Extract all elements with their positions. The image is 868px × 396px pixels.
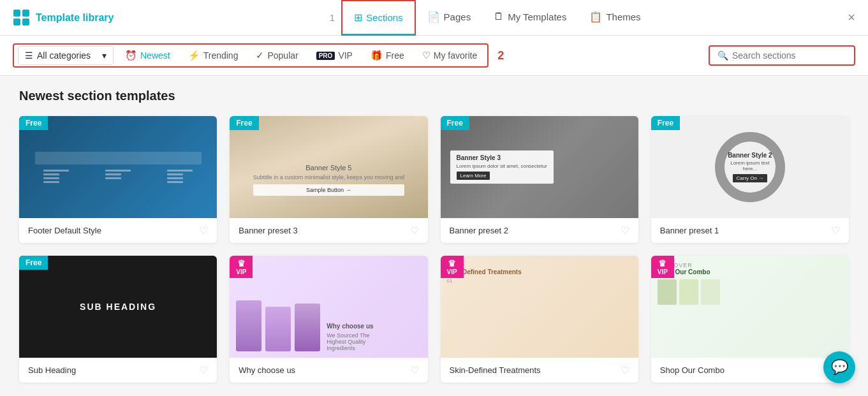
themes-icon: 📋 [589,11,602,23]
badge-free: Free [230,116,258,130]
template-card[interactable]: Free Banner Style 3 Lorem ipsum dolor si… [441,116,638,243]
template-info: Skin-Defined Treatments ♡ [441,358,638,383]
sample-button[interactable]: Sample Button → [253,184,404,196]
template-info: Sub Heading ♡ [19,358,217,383]
template-name: Why choose us [239,365,295,375]
filter-popular[interactable]: ✓ Popular [249,46,304,65]
category-select[interactable]: ☰ All categories ▾ [18,46,114,65]
template-card[interactable]: ♛ VIP Discover Shop Our Combo [651,256,849,383]
template-name: Footer Default Style [28,226,101,235]
template-name: Banner preset 3 [239,226,298,235]
template-info: Banner preset 2 ♡ [441,218,638,243]
filter-bar: ☰ All categories ▾ ⏰ Newest ⚡ Trending ✓… [0,36,868,76]
template-card[interactable]: ♛ VIP Why choose us We Sourced TheHighes… [230,256,427,383]
step-2: 2 [497,49,504,62]
plant-text-box: Banner Style 3 Lorem ipsum dolor sit ame… [450,150,554,184]
tab-pages[interactable]: 📄 Pages [416,0,483,36]
filter-my-favorite[interactable]: ♡ My favorite [416,46,483,65]
popular-icon: ✓ [256,50,264,61]
template-card[interactable]: Free Banner Style 5 Subtitle in a custom… [230,116,427,243]
badge-free: Free [441,116,469,130]
badge-vip: ♛ VIP [230,256,253,278]
templates-grid: Free [19,116,849,383]
chat-bubble[interactable]: 💬 [823,351,855,383]
learn-more-button[interactable]: Learn More [457,172,490,180]
filter-vip-label: VIP [338,50,353,61]
badge-vip: ♛ VIP [441,256,464,278]
heart-icon[interactable]: ♡ [199,364,208,376]
circle-preview: Banner Style 2 Lorem ipsum text here... … [651,116,849,218]
template-card[interactable]: ♛ VIP Prep Skin-Defined Treatments 01 Sk… [441,256,638,383]
svg-rect-3 [22,18,29,26]
skin-preview: Prep Skin-Defined Treatments 01 [441,256,638,358]
girls-preview: Why choose us We Sourced TheHighest Qual… [230,256,427,358]
heart-icon[interactable]: ♡ [410,224,419,237]
search-box: 🔍 [709,45,855,66]
chevron-down-icon: ▾ [102,50,107,61]
template-name: Skin-Defined Treatments [450,365,541,375]
my-templates-icon: 🗒 [494,11,504,22]
template-preview: Free [19,116,217,218]
category-icon: ☰ [25,50,33,61]
sweater-preview: Banner Style 5 Subtitle in a custom mini… [230,116,427,218]
logo-icon [13,9,31,27]
carry-button[interactable]: Carry On → [733,174,768,182]
tab-sections-label: Sections [366,12,403,23]
dark-preview: SUB HEADING [19,256,217,358]
template-card[interactable]: Free SUB HEADING Sub Heading ♡ [19,256,217,383]
template-preview: ♛ VIP Discover Shop Our Combo [651,256,849,358]
filter-favorite-label: My favorite [434,50,477,61]
tab-themes[interactable]: 📋 Themes [578,0,652,36]
sub-heading-text: SUB HEADING [80,302,156,312]
crown-icon: ♛ [658,258,666,268]
tab-my-templates[interactable]: 🗒 My Templates [482,0,578,36]
template-name: Shop Our Combo [660,365,725,375]
sections-icon: ⊞ [354,11,362,24]
filter-free-label: Free [386,50,404,61]
search-input[interactable] [732,50,846,61]
combo-preview: Discover Shop Our Combo [651,256,849,358]
svg-rect-0 [13,10,20,17]
template-card[interactable]: Free Banner Style 2 Lorem ipsum text her… [651,116,849,243]
badge-free: Free [19,116,48,130]
filter-popular-label: Popular [267,50,298,61]
favorite-icon: ♡ [422,50,430,61]
template-preview: Free Banner Style 2 Lorem ipsum text her… [651,116,849,218]
heart-icon[interactable]: ♡ [621,364,629,376]
template-preview: Free Banner Style 5 Subtitle in a custom… [230,116,427,218]
filter-trending[interactable]: ⚡ Trending [182,46,245,65]
template-preview: ♛ VIP Why choose us We Sourced TheHighes… [230,256,427,358]
header: Template library 1 ⊞ Sections 📄 Pages 🗒 … [0,0,868,36]
template-name: Banner preset 2 [450,226,509,235]
main-content: Newest section templates Free [0,76,868,395]
template-info: Footer Default Style ♡ [19,218,217,243]
tab-sections[interactable]: ⊞ Sections [341,0,416,36]
filter-bar-inner: ☰ All categories ▾ ⏰ Newest ⚡ Trending ✓… [13,43,489,68]
logo: Template library [13,9,128,27]
template-info: Banner preset 3 ♡ [230,218,427,243]
badge-free: Free [651,116,680,130]
tab-my-templates-label: My Templates [508,11,566,22]
heart-icon[interactable]: ♡ [831,224,840,237]
free-icon: 🎁 [371,50,383,61]
section-title: Newest section templates [19,89,849,103]
tab-themes-label: Themes [606,11,640,22]
filter-trending-label: Trending [203,50,239,61]
filter-vip[interactable]: PRO VIP [310,47,359,64]
template-name: Banner preset 1 [660,226,719,235]
filter-free[interactable]: 🎁 Free [364,46,411,65]
heart-icon[interactable]: ♡ [621,224,629,237]
tab-pages-label: Pages [444,11,471,22]
close-button[interactable]: × [848,10,855,25]
filter-newest[interactable]: ⏰ Newest [119,46,177,65]
footer-preview [19,116,217,218]
plant-preview: Banner Style 3 Lorem ipsum dolor sit ame… [441,116,638,218]
heart-icon[interactable]: ♡ [410,364,419,376]
template-card[interactable]: Free [19,116,217,243]
badge-free: Free [19,256,48,270]
template-name: Sub Heading [28,365,76,375]
heart-icon[interactable]: ♡ [199,224,208,237]
svg-rect-2 [13,18,20,26]
template-preview: Free SUB HEADING [19,256,217,358]
pages-icon: 📄 [427,11,440,23]
